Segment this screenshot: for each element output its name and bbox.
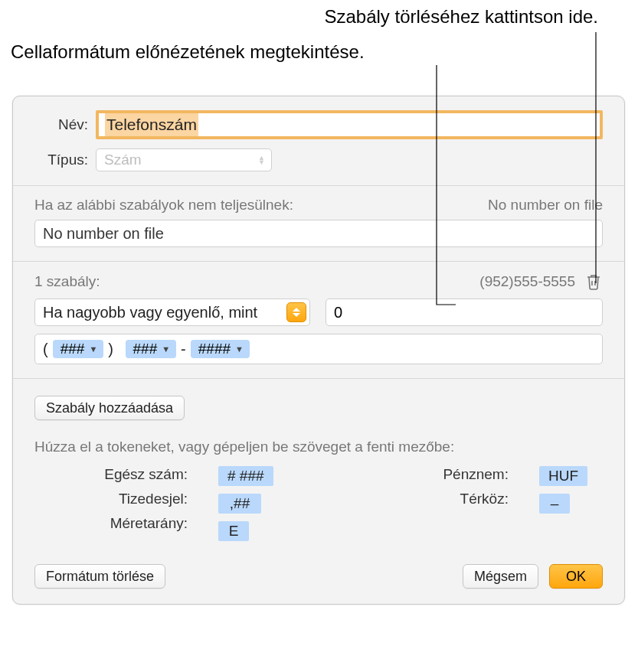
cancel-button[interactable]: Mégsem xyxy=(463,564,538,589)
integer-token[interactable]: # ### xyxy=(218,466,273,486)
decimal-token[interactable]: ,## xyxy=(218,494,261,514)
stepper-arrows-icon xyxy=(286,302,306,322)
type-row: Típus: Szám ▲▼ xyxy=(34,148,603,171)
custom-format-dialog: Név: Telefonszám Típus: Szám ▲▼ Ha az al… xyxy=(12,96,625,605)
scale-token-label: Méretarány: xyxy=(110,515,188,532)
format-pattern-input[interactable]: ( ### ▼ ) ### ▼ - #### ▼ xyxy=(34,334,603,364)
decimal-token-label: Tizedesjel: xyxy=(119,491,188,507)
chevron-down-icon: ▼ xyxy=(235,344,244,354)
condition-select[interactable]: Ha nagyobb vagy egyenlő, mint xyxy=(34,298,310,326)
fallback-input[interactable] xyxy=(34,220,603,247)
tokens-grid: Egész szám: Tizedesjel: Méretarány: # ##… xyxy=(34,466,603,541)
format-token-3[interactable]: #### ▼ xyxy=(191,340,250,358)
callout-delete-rule: Szabály törléséhez kattintson ide. xyxy=(324,6,598,28)
fallback-label: Ha az alábbi szabályok nem teljesülnek: xyxy=(34,197,293,214)
chevron-down-icon: ▼ xyxy=(89,344,97,354)
trash-icon[interactable] xyxy=(584,272,603,291)
space-token-label: Térköz: xyxy=(460,491,509,507)
format-token-1[interactable]: ### ▼ xyxy=(53,340,104,358)
add-rule-button[interactable]: Szabály hozzáadása xyxy=(34,396,185,420)
callouts: Szabály törléséhez kattintson ide. Cella… xyxy=(0,0,638,96)
literal-close-paren: ) xyxy=(106,341,115,358)
literal-dash: - xyxy=(179,341,188,358)
integer-token-label: Egész szám: xyxy=(104,466,188,483)
scale-token[interactable]: E xyxy=(218,521,249,541)
literal-open-paren: ( xyxy=(41,341,50,358)
type-select[interactable]: Szám ▲▼ xyxy=(96,148,272,171)
currency-token-label: Pénznem: xyxy=(443,466,509,483)
format-token-2[interactable]: ### ▼ xyxy=(126,340,177,358)
name-input-value: Telefonszám xyxy=(105,113,198,136)
rule-count-label: 1 szabály: xyxy=(34,273,100,290)
stepper-icon: ▲▼ xyxy=(258,155,265,165)
name-row: Név: Telefonszám xyxy=(34,110,603,139)
type-label: Típus: xyxy=(34,152,96,168)
ok-button[interactable]: OK xyxy=(549,564,603,589)
space-token[interactable]: – xyxy=(539,494,570,514)
fallback-preview: No number on file xyxy=(488,197,603,214)
name-input[interactable]: Telefonszám xyxy=(96,110,603,139)
type-select-value: Szám xyxy=(104,152,142,168)
rule-preview: (952)555-5555 xyxy=(479,273,575,290)
chevron-down-icon: ▼ xyxy=(162,344,170,354)
delete-format-button[interactable]: Formátum törlése xyxy=(34,564,165,589)
condition-select-value: Ha nagyobb vagy egyenlő, mint xyxy=(43,304,257,321)
condition-value-input[interactable] xyxy=(326,298,603,326)
callout-preview: Cellaformátum előnézetének megtekintése. xyxy=(11,41,365,63)
name-label: Név: xyxy=(34,116,96,133)
tokens-help-text: Húzza el a tokeneket, vagy gépeljen be s… xyxy=(34,439,603,455)
currency-token[interactable]: HUF xyxy=(539,466,587,486)
